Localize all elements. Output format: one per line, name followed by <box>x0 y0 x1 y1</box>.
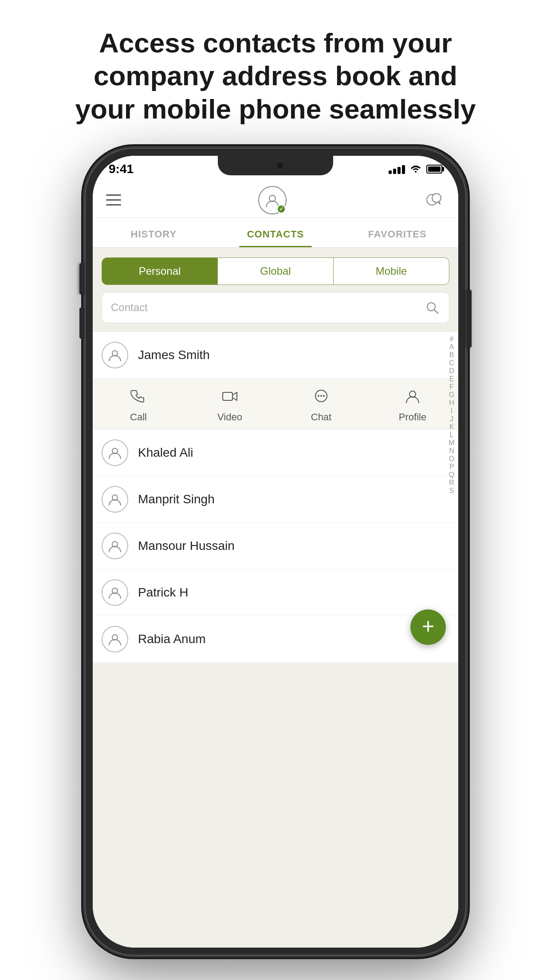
contact-name: Patrick H <box>138 585 189 600</box>
contact-row-rabia-anum[interactable]: Rabia Anum <box>93 616 458 663</box>
action-video[interactable]: Video <box>184 385 276 423</box>
alpha-j[interactable]: J <box>450 415 453 423</box>
alpha-f[interactable]: F <box>449 383 454 391</box>
contact-row-patrick-h[interactable]: Patrick H <box>93 569 458 616</box>
chat-icon <box>310 385 333 408</box>
contact-list: James Smith Call <box>93 332 458 663</box>
alpha-a[interactable]: A <box>449 344 454 351</box>
call-icon <box>127 385 150 408</box>
pill-global[interactable]: Global <box>218 258 334 285</box>
profile-label: Profile <box>399 411 426 423</box>
contact-avatar <box>102 533 128 559</box>
alphabet-index: # A B C D E F G H I J K L <box>445 332 458 663</box>
alpha-b[interactable]: B <box>449 352 454 359</box>
tab-history[interactable]: HISTORY <box>93 218 215 247</box>
contact-row-khaled-ali[interactable]: Khaled Ali <box>93 430 458 476</box>
contact-name: James Smith <box>138 348 210 362</box>
phone-screen: 9:41 <box>93 156 458 948</box>
search-placeholder: Contact <box>111 301 424 314</box>
phone-mockup: 9:41 <box>85 148 466 956</box>
global-chat-button[interactable] <box>424 190 445 211</box>
alpha-q[interactable]: Q <box>449 471 454 478</box>
search-icon[interactable] <box>424 300 440 316</box>
alpha-d[interactable]: D <box>449 368 454 375</box>
svg-point-9 <box>320 395 322 397</box>
contact-avatar <box>102 439 128 466</box>
battery-fill <box>428 166 441 172</box>
plus-icon: + <box>422 616 434 637</box>
pill-personal[interactable]: Personal <box>102 258 218 285</box>
headline: Access contacts from your company addres… <box>31 0 520 148</box>
add-contact-button[interactable]: + <box>410 609 446 645</box>
contact-name: Manprit Singh <box>138 492 215 506</box>
tab-favorites[interactable]: FAVORITES <box>336 218 458 247</box>
chat-label: Chat <box>311 411 331 423</box>
svg-point-0 <box>269 195 276 202</box>
bar2 <box>393 169 396 174</box>
tab-contacts[interactable]: CONTACTS <box>215 218 337 247</box>
svg-point-8 <box>318 395 319 397</box>
svg-point-2 <box>432 194 441 202</box>
phone-frame: 9:41 <box>85 148 466 956</box>
alpha-r[interactable]: R <box>449 479 454 486</box>
contact-row-mansour-hussain[interactable]: Mansour Hussain <box>93 523 458 569</box>
call-label: Call <box>130 411 147 423</box>
contact-row-manprit-singh[interactable]: Manprit Singh <box>93 476 458 523</box>
alpha-k[interactable]: K <box>449 423 454 431</box>
alpha-o[interactable]: O <box>449 455 454 462</box>
svg-point-11 <box>409 391 416 397</box>
filter-pills: Personal Global Mobile <box>102 257 449 285</box>
contact-name: Mansour Hussain <box>138 539 235 553</box>
profile-icon <box>401 385 424 408</box>
menu-button[interactable] <box>106 194 121 205</box>
status-time: 9:41 <box>109 162 134 176</box>
online-indicator <box>277 205 286 213</box>
status-icons <box>389 163 442 175</box>
alpha-p[interactable]: P <box>449 463 454 470</box>
alpha-h[interactable]: H <box>449 399 454 407</box>
contact-actions-james-smith: Call Video <box>93 379 458 430</box>
video-icon <box>218 385 241 408</box>
alpha-hash[interactable]: # <box>450 336 454 343</box>
app-header <box>93 182 458 218</box>
svg-line-4 <box>434 310 438 313</box>
menu-line-1 <box>106 194 121 196</box>
alpha-m[interactable]: M <box>449 439 454 447</box>
alpha-n[interactable]: N <box>449 447 454 454</box>
alpha-g[interactable]: G <box>449 391 454 399</box>
camera-dot <box>277 162 283 169</box>
chat-bubble-icon <box>425 191 444 209</box>
contact-name: Khaled Ali <box>138 446 193 460</box>
contact-name: Rabia Anum <box>138 632 206 646</box>
svg-rect-6 <box>223 392 232 400</box>
battery-icon <box>426 165 442 174</box>
contact-row-james-smith[interactable]: James Smith <box>93 332 458 379</box>
user-avatar[interactable] <box>258 186 287 214</box>
pill-mobile[interactable]: Mobile <box>334 258 449 285</box>
alpha-e[interactable]: E <box>449 375 454 383</box>
bar1 <box>389 170 392 174</box>
signal-icon <box>389 164 405 174</box>
content-area: Personal Global Mobile Contact <box>93 248 458 948</box>
menu-line-2 <box>106 199 121 201</box>
notch <box>218 156 333 175</box>
contact-avatar <box>102 342 128 368</box>
alpha-i[interactable]: I <box>451 407 453 415</box>
alpha-s[interactable]: S <box>449 487 454 494</box>
alpha-l[interactable]: L <box>450 431 454 439</box>
alpha-c[interactable]: C <box>449 360 454 367</box>
menu-line-3 <box>106 204 121 205</box>
contact-avatar <box>102 626 128 652</box>
bar4 <box>402 165 405 174</box>
contact-avatar <box>102 486 128 513</box>
search-bar[interactable]: Contact <box>102 292 449 323</box>
bar3 <box>398 167 401 174</box>
action-chat[interactable]: Chat <box>276 385 367 423</box>
video-label: Video <box>217 411 242 423</box>
wifi-icon <box>409 163 422 175</box>
svg-point-10 <box>323 395 325 397</box>
contact-avatar <box>102 579 128 606</box>
tab-bar: HISTORY CONTACTS FAVORITES <box>93 218 458 248</box>
action-call[interactable]: Call <box>93 385 184 423</box>
